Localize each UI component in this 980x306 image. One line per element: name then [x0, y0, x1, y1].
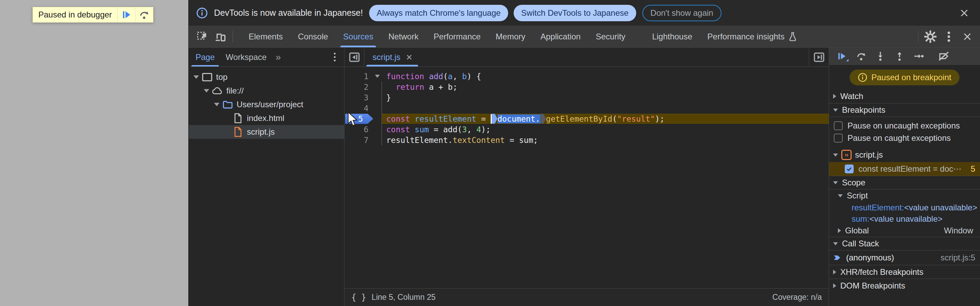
- breakpoint-file-group[interactable]: ‹› script.js: [829, 148, 980, 162]
- hide-navigator-button[interactable]: [344, 48, 364, 67]
- close-icon[interactable]: [405, 53, 413, 61]
- panel-tab-console[interactable]: Console: [290, 26, 336, 47]
- deactivate-breakpoints-button[interactable]: [934, 48, 953, 64]
- fold-gutter[interactable]: [373, 81, 382, 92]
- breakpoint-entry[interactable]: const resultElement = doc⋯ 5: [829, 162, 980, 176]
- tree-item-top[interactable]: top: [189, 70, 344, 84]
- paused-message: Paused on breakpoint: [872, 73, 951, 82]
- panel-tab-performance[interactable]: Performance: [426, 26, 488, 47]
- code-line-2: 2 return a + b;: [344, 81, 829, 92]
- chevron-down-icon: [833, 153, 838, 156]
- fold-gutter[interactable]: [373, 135, 382, 145]
- code-line-content[interactable]: return a + b;: [382, 83, 829, 91]
- step-button[interactable]: [909, 48, 928, 64]
- code-line-content[interactable]: }: [382, 93, 829, 102]
- code-line-content[interactable]: const sum = add(3, 4);: [382, 125, 829, 134]
- paused-on-breakpoint-status: Paused on breakpoint: [850, 70, 960, 85]
- debugger-controls: [829, 48, 980, 65]
- step-into-button[interactable]: [871, 48, 890, 64]
- navigator-menu-button[interactable]: [328, 48, 341, 67]
- frame-function-name: (anonymous): [846, 253, 894, 263]
- call-stack-frame[interactable]: (anonymous) script.js:5: [829, 250, 980, 265]
- inline-breakpoint-marker[interactable]: [540, 114, 546, 124]
- line-number[interactable]: 4: [344, 104, 373, 113]
- step-over-button[interactable]: [851, 48, 871, 64]
- section-breakpoints[interactable]: Breakpoints: [829, 103, 980, 117]
- infobar-close-button[interactable]: [958, 6, 971, 20]
- fold-gutter[interactable]: [373, 124, 382, 135]
- inspect-element-button[interactable]: [193, 26, 211, 47]
- line-number[interactable]: 7: [344, 136, 373, 145]
- devtools-main-toolbar: ElementsConsoleSourcesNetworkPerformance…: [189, 26, 980, 48]
- exception-toggle-0: Pause on uncaught exceptions: [829, 120, 980, 132]
- exception-checkbox[interactable]: [834, 134, 843, 143]
- panel-tab-elements[interactable]: Elements: [241, 26, 290, 47]
- resume-script-button[interactable]: [118, 7, 135, 22]
- panel-tab-network[interactable]: Network: [381, 26, 426, 47]
- line-number[interactable]: 3: [344, 93, 373, 102]
- more-tabs-button[interactable]: »: [272, 48, 285, 67]
- scope-script-group[interactable]: Script: [829, 190, 980, 202]
- more-options-button[interactable]: [940, 26, 958, 47]
- devtools-close-button[interactable]: [958, 26, 977, 47]
- tree-item-users-user-project[interactable]: Users/user/project: [189, 98, 344, 112]
- panel-tab-security[interactable]: Security: [588, 26, 633, 47]
- tree-item-file-[interactable]: file://: [189, 84, 344, 98]
- panel-tab-performance-insights[interactable]: Performance insights: [700, 26, 805, 47]
- panel-tab-memory[interactable]: Memory: [488, 26, 533, 47]
- resume-button[interactable]: [832, 48, 851, 64]
- execution-line-gutter[interactable]: 5: [344, 114, 373, 124]
- infobar-action-button-0[interactable]: Always match Chrome's language: [369, 5, 508, 21]
- editor-tab-strip: script.js: [344, 48, 829, 67]
- code-line-content[interactable]: const resultElement = document.getElemen…: [382, 114, 829, 124]
- panel-tab-sources[interactable]: Sources: [336, 26, 381, 47]
- fold-gutter[interactable]: [373, 103, 382, 113]
- code-token: a: [448, 72, 453, 81]
- exception-checkbox[interactable]: [834, 121, 843, 130]
- toggle-device-toolbar-button[interactable]: [211, 26, 230, 47]
- tab-script-js[interactable]: script.js: [364, 48, 420, 67]
- dont-show-again-button[interactable]: Don't show again: [643, 5, 721, 21]
- section-scope[interactable]: Scope: [829, 176, 980, 190]
- section-watch[interactable]: Watch: [829, 89, 980, 103]
- step-over-button[interactable]: [135, 7, 153, 22]
- language-infobar: DevTools is now available in Japanese! A…: [189, 0, 980, 26]
- step-out-button[interactable]: [890, 48, 909, 64]
- panel-tab-lighthouse[interactable]: Lighthouse: [644, 26, 700, 47]
- toolbar-separator: [232, 31, 233, 43]
- tab-page[interactable]: Page: [190, 48, 220, 67]
- infobar-action-button-1[interactable]: Switch DevTools to Japanese: [514, 5, 636, 21]
- line-number[interactable]: 6: [344, 125, 373, 134]
- section-call-stack[interactable]: Call Stack: [829, 237, 980, 250]
- scope-variable-resultElement[interactable]: resultElement: <value unavailable>: [829, 202, 980, 213]
- breakpoint-checkbox[interactable]: [845, 164, 854, 174]
- kebab-menu-icon: [947, 31, 951, 43]
- code-token: ) {: [467, 72, 481, 81]
- tab-workspace[interactable]: Workspace: [220, 48, 272, 67]
- section-dom-breakpoints[interactable]: DOM Breakpoints: [829, 279, 980, 292]
- scope-variable-sum[interactable]: sum: <value unavailable>: [829, 213, 980, 225]
- settings-button[interactable]: [921, 26, 940, 47]
- fold-gutter[interactable]: [373, 92, 382, 103]
- scope-script-label: Script: [847, 191, 868, 201]
- line-number[interactable]: 1: [344, 72, 373, 81]
- code-editor-area[interactable]: 1function add(a, b) {2 return a + b;3}45…: [344, 67, 829, 288]
- tree-item-index-html[interactable]: index.html: [189, 112, 344, 125]
- scope-global-group[interactable]: Global Window: [829, 225, 980, 237]
- debugged-page-background: Paused in debugger: [0, 0, 188, 306]
- code-line-content[interactable]: resultElement.textContent = sum;: [382, 136, 829, 145]
- code-line-content[interactable]: function add(a, b) {: [382, 72, 829, 81]
- fold-gutter[interactable]: [373, 71, 382, 81]
- fold-gutter[interactable]: [373, 113, 382, 124]
- deactivate-breakpoints-icon: [938, 50, 950, 62]
- code-token: const: [386, 125, 410, 134]
- inline-breakpoint-marker-active[interactable]: [492, 114, 498, 124]
- panel-tab-application[interactable]: Application: [533, 26, 588, 47]
- chevron-down-icon: [838, 194, 843, 198]
- tree-item-script-js[interactable]: script.js: [189, 125, 344, 139]
- pretty-print-button[interactable]: { }: [351, 293, 366, 302]
- section-xhr-breakpoints[interactable]: XHR/fetch Breakpoints: [829, 265, 980, 279]
- line-number[interactable]: 2: [344, 83, 373, 91]
- coverage-status: Coverage: n/a: [773, 293, 822, 302]
- show-debugger-sidebar-button[interactable]: [809, 48, 829, 67]
